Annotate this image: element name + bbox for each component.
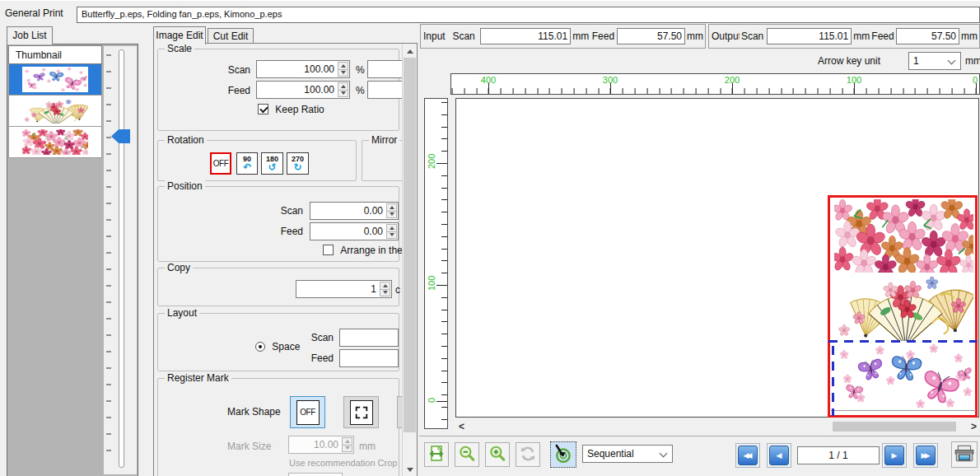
page-prev-button[interactable]: ◀ [767, 443, 791, 468]
rotation-270-button[interactable]: 270 ↻ [287, 152, 309, 175]
slider-handle-icon[interactable] [111, 129, 130, 143]
tab-image-edit[interactable]: Image Edit [153, 26, 206, 44]
fit-width-button[interactable] [424, 442, 449, 467]
output-label: Output [712, 30, 740, 42]
thumbnail-item-kimono[interactable] [8, 127, 102, 158]
layout-group-title: Layout [165, 307, 199, 319]
scale-feed-mm-field[interactable] [367, 81, 404, 99]
layout-space-label: Space [272, 341, 300, 352]
h-ruler-label-200: 200 [725, 75, 740, 85]
scroll-up-icon[interactable] [403, 44, 417, 58]
horizontal-ruler-ticks [451, 88, 979, 94]
butterfly-preview-image[interactable] [834, 343, 973, 410]
layout-scan-input[interactable] [339, 329, 399, 347]
scale-feed-input[interactable]: 100.00 [256, 81, 350, 99]
input-scan-field[interactable]: 115.01 [480, 28, 571, 44]
display-order-select[interactable]: Sequential [582, 445, 673, 463]
position-feed-value: 0.00 [364, 226, 383, 237]
output-feed-label: Feed [871, 30, 894, 42]
h-ruler-label-300: 300 [603, 75, 618, 85]
edit-panel-scrollbar-thumb[interactable] [404, 58, 416, 432]
zoom-out-button[interactable] [455, 442, 479, 467]
mark-shape-crop-marks-button[interactable] [343, 396, 379, 428]
image-boundary-line [831, 410, 976, 411]
mark-hint-label: Use recommendation Crop [289, 458, 397, 468]
position-scan-input[interactable]: 0.00 [310, 202, 399, 220]
position-feed-label: Feed [255, 226, 303, 237]
layout-scan-label: Scan [305, 332, 334, 343]
output-size-panel: Output Scan 115.01 mm Feed 57.50 mm [708, 24, 980, 49]
input-scan-label: Scan [452, 30, 478, 42]
scale-scan-percent: % [356, 64, 364, 76]
h-scroll-right-icon[interactable]: > [971, 421, 977, 432]
tab-general-print[interactable]: General Print [5, 7, 63, 19]
keep-ratio-checkbox-box[interactable] [258, 104, 268, 114]
layout-feed-label: Feed [305, 352, 334, 364]
page-last-button[interactable]: ▶▶ [913, 443, 938, 468]
output-scan-unit: mm [853, 30, 870, 42]
page-indicator-field[interactable]: 1 / 1 [797, 446, 880, 464]
copy-count-value: 1 [371, 283, 376, 295]
thumbnail-item-butterfly[interactable] [8, 64, 102, 96]
kimono-preview-image[interactable] [834, 199, 973, 273]
keep-ratio-checkbox[interactable]: Keep Ratio [258, 104, 324, 115]
h-ruler-label-100: 100 [847, 75, 861, 85]
page-first-button[interactable]: ◀◀ [735, 443, 760, 468]
canvas-h-scrollbar[interactable]: < > [455, 420, 980, 433]
refresh-button-disabled [516, 442, 540, 467]
output-feed-field[interactable]: 57.50 [896, 28, 959, 44]
arrow-key-unit-select[interactable]: 1 [908, 52, 961, 70]
input-feed-field[interactable]: 57.50 [617, 28, 685, 44]
scale-scan-label: Scan [204, 64, 250, 76]
scale-feed-percent: % [356, 85, 364, 96]
scale-scan-spinner[interactable] [338, 62, 348, 77]
input-scan-unit: mm [572, 30, 590, 42]
scale-feed-spinner[interactable] [338, 82, 348, 97]
copy-count-spinner[interactable] [380, 282, 390, 296]
position-scan-spinner[interactable] [386, 203, 397, 218]
position-feed-input[interactable]: 0.00 [310, 222, 399, 240]
kimono-thumbnail-image [22, 129, 88, 155]
layout-preview-canvas[interactable] [455, 98, 979, 418]
layout-space-radio[interactable]: Space [255, 341, 300, 352]
folding-fan-preview-image[interactable] [834, 273, 973, 341]
layout-space-radio-button[interactable] [255, 342, 265, 352]
copy-suffix-label: c [395, 284, 400, 296]
mark-size-label: Mark Size [227, 441, 282, 452]
arrange-checkbox[interactable]: Arrange in the [323, 245, 403, 256]
slider-track[interactable] [119, 49, 124, 468]
position-scan-value: 0.00 [364, 205, 383, 217]
mark-size-unit: mm [359, 441, 376, 452]
arrange-checkbox-box[interactable] [323, 245, 334, 255]
page-next-button[interactable]: ▶ [882, 443, 907, 468]
output-scan-field[interactable]: 115.01 [767, 28, 852, 44]
jump-position-tool-button[interactable] [550, 441, 576, 468]
keep-ratio-label: Keep Ratio [275, 104, 324, 115]
canvas-h-scrollbar-thumb[interactable] [833, 422, 956, 432]
printer-preview-button[interactable] [951, 441, 978, 468]
job-file-names: Butterfly_p.eps, Folding fan_p.eps, Kimo… [82, 9, 282, 19]
mark-size-spinner [342, 437, 352, 452]
layout-feed-input[interactable] [339, 349, 399, 367]
thumbnail-slider [104, 46, 137, 474]
edit-panel-scrollbar[interactable] [402, 44, 417, 476]
chevron-down-icon [948, 57, 956, 65]
page-next-icon: ▶ [884, 446, 904, 465]
mark-shape-off-button[interactable]: OFF [290, 396, 325, 428]
tab-cut-edit[interactable]: Cut Edit [208, 28, 254, 44]
h-scroll-left-icon[interactable]: < [459, 421, 464, 432]
rotation-off-button[interactable]: OFF [210, 152, 231, 175]
scroll-down-icon[interactable] [403, 462, 417, 476]
thumbnail-item-folding-fan[interactable] [8, 96, 102, 127]
fit-width-icon [427, 445, 446, 465]
page-last-icon: ▶▶ [916, 446, 936, 465]
position-feed-spinner[interactable] [386, 224, 397, 239]
tab-job-list[interactable]: Job List [7, 26, 53, 44]
input-feed-label: Feed [592, 30, 616, 42]
scale-scan-mm-field[interactable] [367, 60, 404, 78]
rotation-90-button[interactable]: 90 ↶ [236, 152, 258, 175]
zoom-in-button[interactable] [485, 442, 510, 467]
scale-scan-input[interactable]: 100.00 [256, 60, 350, 78]
rotation-180-button[interactable]: 180 ↺ [261, 152, 283, 175]
copy-count-input[interactable]: 1 [296, 280, 392, 298]
